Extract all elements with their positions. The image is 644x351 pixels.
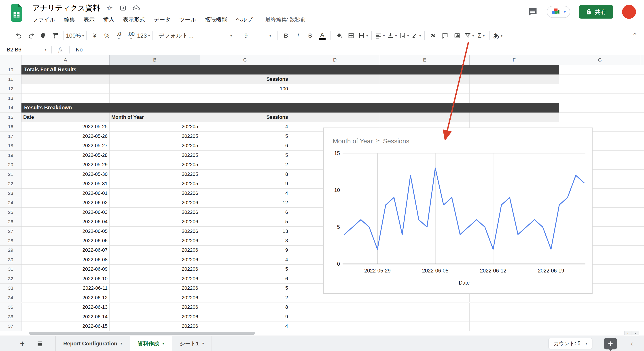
menu-insert[interactable]: 挿入 [103, 16, 114, 23]
menu-help[interactable]: ヘルプ [236, 16, 253, 23]
cell[interactable]: 202206 [110, 246, 200, 255]
row-header-30[interactable]: 30 [0, 255, 22, 264]
cell[interactable] [559, 94, 641, 103]
cell[interactable]: 2022-06-03 [22, 208, 110, 217]
all-sheets-button[interactable] [33, 337, 46, 350]
row-header-28[interactable]: 28 [0, 236, 22, 245]
cell[interactable]: 6 [200, 208, 290, 217]
row-header-36[interactable]: 36 [0, 312, 22, 321]
cell[interactable] [641, 113, 644, 122]
count-summary-button[interactable]: カウント: 5 ▾ [548, 338, 592, 349]
row-header-13[interactable]: 13 [0, 94, 22, 103]
font-select[interactable]: デフォルト… ▾ [155, 30, 236, 42]
cell[interactable]: 202206 [110, 265, 200, 274]
cell[interactable]: 2022-06-06 [22, 236, 110, 245]
cell[interactable]: 2022-06-07 [22, 246, 110, 255]
cell[interactable]: 4 [200, 122, 290, 132]
italic-button[interactable]: I [292, 30, 304, 42]
paint-format-button[interactable] [49, 30, 61, 42]
text-color-button[interactable]: A [316, 30, 328, 42]
redo-button[interactable] [25, 30, 37, 42]
select-all-corner[interactable] [0, 55, 22, 65]
menu-extensions[interactable]: 拡張機能 [205, 16, 227, 23]
column-header-C[interactable]: C [200, 55, 290, 65]
cell[interactable] [380, 113, 470, 122]
cell[interactable]: 8 [200, 170, 290, 179]
last-edit-link[interactable]: 最終編集: 数秒前 [265, 16, 306, 23]
cell[interactable] [559, 75, 641, 84]
cell[interactable] [641, 160, 644, 170]
cell[interactable]: 202205 [110, 132, 200, 141]
cell[interactable]: 2022-05-31 [22, 179, 110, 189]
horizontal-scrollbar-thumb[interactable] [29, 332, 255, 335]
cell[interactable] [641, 227, 644, 236]
cell[interactable]: 2022-06-08 [22, 255, 110, 264]
text-wrap-button[interactable]: ▾ [398, 30, 410, 42]
cell[interactable]: 202206 [110, 321, 200, 331]
cell[interactable]: 6 [200, 141, 290, 151]
cell[interactable]: 2022-05-29 [22, 160, 110, 170]
cell[interactable] [290, 94, 380, 103]
insert-link-button[interactable] [427, 30, 439, 42]
borders-button[interactable] [345, 30, 357, 42]
cell[interactable]: 202205 [110, 170, 200, 179]
cell[interactable] [470, 75, 559, 84]
row-header-21[interactable]: 21 [0, 170, 22, 179]
cell[interactable] [559, 65, 641, 75]
cell[interactable]: 202206 [110, 189, 200, 198]
scroll-up-button[interactable]: ▴ [624, 331, 632, 335]
cell[interactable] [641, 189, 644, 198]
cell[interactable] [380, 312, 470, 321]
row-header-20[interactable]: 20 [0, 160, 22, 170]
meet-button[interactable]: ▾ [547, 6, 570, 18]
cell[interactable] [641, 312, 644, 321]
strikethrough-button[interactable]: S [304, 30, 316, 42]
column-header-E[interactable]: E [380, 55, 470, 65]
cell[interactable] [380, 321, 470, 331]
cell[interactable] [641, 303, 644, 312]
cell[interactable]: 8 [200, 303, 290, 312]
cell[interactable] [290, 312, 380, 321]
row-header-32[interactable]: 32 [0, 274, 22, 283]
cell[interactable] [641, 65, 644, 75]
cell[interactable] [641, 255, 644, 264]
cell[interactable] [110, 75, 200, 84]
cell[interactable]: 2022-05-28 [22, 151, 110, 160]
cell[interactable]: 202206 [110, 255, 200, 264]
cell[interactable] [290, 84, 380, 94]
name-box-caret-icon[interactable]: ▾ [45, 48, 46, 52]
name-box[interactable]: B2:B6 [0, 47, 45, 53]
cell[interactable]: 202206 [110, 274, 200, 283]
cell[interactable] [641, 265, 644, 274]
cell[interactable] [290, 113, 380, 122]
cell[interactable]: 9 [200, 246, 290, 255]
row-header-14[interactable]: 14 [0, 103, 22, 113]
menu-view[interactable]: 表示 [84, 16, 94, 23]
move-folder-icon[interactable] [119, 4, 127, 12]
row-header-10[interactable]: 10 [0, 65, 22, 75]
merge-cells-button[interactable]: ▾ [357, 30, 369, 42]
cell[interactable]: 202206 [110, 208, 200, 217]
input-tools-button[interactable]: あ▾ [492, 30, 504, 42]
row-header-19[interactable]: 19 [0, 151, 22, 160]
cell[interactable]: Sessions [200, 75, 290, 84]
cell[interactable]: 9 [200, 179, 290, 189]
horizontal-align-button[interactable]: ▾ [374, 30, 386, 42]
cell[interactable] [470, 293, 559, 302]
row-header-35[interactable]: 35 [0, 303, 22, 312]
column-header-F[interactable]: F [470, 55, 559, 65]
cell[interactable]: 2022-06-04 [22, 217, 110, 226]
cell[interactable]: 2022-06-14 [22, 312, 110, 321]
cell[interactable] [290, 303, 380, 312]
menu-format[interactable]: 表示形式 [123, 16, 145, 23]
row-header-29[interactable]: 29 [0, 246, 22, 255]
insert-chart-button[interactable] [451, 30, 463, 42]
text-rotation-button[interactable]: ▾ [410, 30, 422, 42]
cell[interactable]: 2 [200, 160, 290, 170]
cell[interactable] [641, 132, 644, 141]
cell[interactable] [641, 284, 644, 293]
cell[interactable] [290, 321, 380, 331]
cell[interactable] [641, 208, 644, 217]
cell[interactable]: 5 [200, 132, 290, 141]
menu-file[interactable]: ファイル [32, 16, 55, 23]
